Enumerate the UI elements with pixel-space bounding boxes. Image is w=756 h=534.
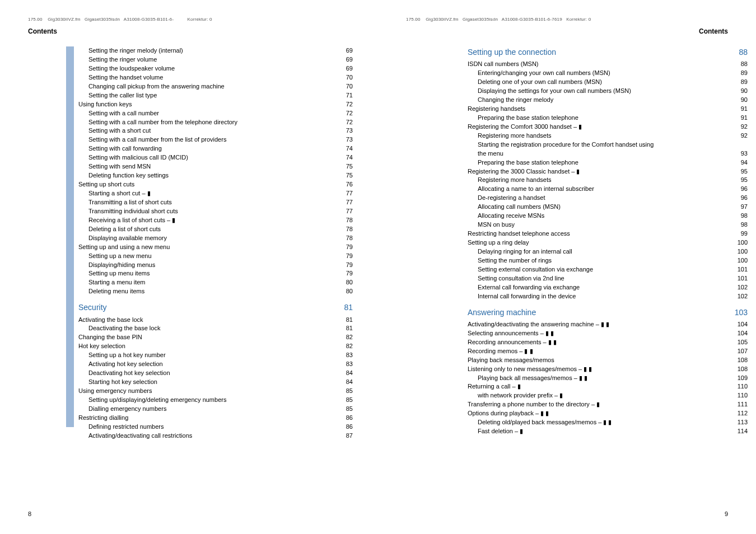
toc-label: Setting with a call number bbox=[88, 109, 159, 118]
toc-label: Internal call forwarding in the device bbox=[478, 292, 576, 301]
toc-entry: Restricting dialling86 bbox=[78, 414, 353, 423]
contents-label-left: Contents bbox=[28, 27, 350, 35]
toc-page: 85 bbox=[339, 387, 353, 396]
toc-label: Deleting function key settings bbox=[88, 171, 169, 180]
toc-section: Setting up the connection88 bbox=[468, 46, 748, 58]
toc-label: Setting up the connection bbox=[468, 46, 556, 58]
toc-page: 108 bbox=[734, 365, 748, 374]
toc-entry: Returning a call – ▮110 bbox=[468, 382, 748, 391]
toc-label: Registering the 3000 Classic handset – ▮ bbox=[468, 167, 580, 176]
toc-label: Changing the ringer melody bbox=[478, 96, 553, 105]
toc-page: 77 bbox=[339, 189, 353, 198]
toc-page: 104 bbox=[734, 329, 748, 338]
toc-entry: Options during playback – ▮ ▮112 bbox=[468, 409, 748, 418]
toc-label: Setting the loudspeaker volume bbox=[88, 64, 175, 73]
toc-label: Setting with a short cut bbox=[88, 127, 151, 135]
toc-page: 79 bbox=[339, 261, 353, 270]
toc-label: Allocating a name to an internal subscri… bbox=[478, 185, 594, 194]
toc-page: 78 bbox=[339, 216, 353, 225]
toc-entry: MSN on busy98 bbox=[468, 221, 748, 229]
toc-label: Starting a menu item bbox=[88, 278, 146, 287]
toc-label: Deleting a list of short cuts bbox=[88, 225, 161, 234]
toc-page: 95 bbox=[734, 176, 748, 185]
toc-entry: Setting with a short cut73 bbox=[78, 127, 353, 135]
page-right: 175.00 Gig3030iIVZ.fm Gigaset3035isdn A3… bbox=[378, 0, 756, 534]
toc-page: 114 bbox=[734, 427, 748, 436]
toc-label: Deleting old/played back messages/memos … bbox=[478, 418, 612, 427]
toc-page: 90 bbox=[734, 96, 748, 105]
toc-page: 71 bbox=[339, 91, 353, 100]
toc-page: 112 bbox=[734, 409, 748, 418]
toc-label: Setting up short cuts bbox=[78, 180, 134, 189]
toc-label: Deleting menu items bbox=[88, 287, 144, 296]
toc-label: Setting with a call number from the tele… bbox=[88, 118, 237, 127]
toc-label: Registering the Comfort 3000 handset – ▮ bbox=[468, 123, 582, 132]
toc-page: 98 bbox=[734, 221, 748, 229]
toc-page: 78 bbox=[339, 234, 353, 243]
toc-page: 96 bbox=[734, 185, 748, 194]
toc-entry: Preparing the base station telephone94 bbox=[468, 158, 748, 167]
toc-label: Using function keys bbox=[78, 100, 132, 109]
toc-entry: Fast deletion – ▮114 bbox=[468, 427, 748, 436]
toc-page: 99 bbox=[734, 229, 748, 238]
toc-label: Using emergency numbers bbox=[78, 387, 152, 396]
toc-page: 69 bbox=[339, 64, 353, 73]
toc-label: Receiving a list of short cuts – ▮ bbox=[88, 216, 175, 225]
toc-entry: Allocating a name to an internal subscri… bbox=[468, 185, 748, 194]
toc-entry: Setting the number of rings100 bbox=[468, 256, 748, 265]
toc-page: 108 bbox=[734, 356, 748, 365]
toc-label: De-registering a handset bbox=[478, 194, 545, 203]
toc-label: Registering handsets bbox=[468, 105, 525, 114]
toc-label: Displaying/hiding menus bbox=[88, 261, 155, 270]
toc-page: 79 bbox=[339, 252, 353, 261]
toc-page: 87 bbox=[339, 432, 353, 441]
toc-label: Recording announcements – ▮ ▮ bbox=[468, 338, 557, 347]
toc-label: Returning a call – ▮ bbox=[468, 382, 521, 391]
toc-page: 88 bbox=[734, 60, 748, 69]
toc-section: Answering machine103 bbox=[468, 307, 748, 318]
toc-entry: Setting with call forwarding74 bbox=[78, 144, 353, 153]
toc-page: 70 bbox=[339, 73, 353, 82]
page-number-right: 9 bbox=[725, 510, 728, 517]
toc-page: 82 bbox=[339, 333, 353, 342]
toc-entry: Setting up menu items79 bbox=[78, 269, 353, 278]
toc-page: 80 bbox=[339, 287, 353, 296]
toc-entry: External call forwarding via exchange102 bbox=[468, 283, 748, 292]
header-right: 175.00 Gig3030iIVZ.fm Gigaset3035isdn A3… bbox=[406, 17, 728, 22]
toc-entry: Setting consultation via 2nd line101 bbox=[468, 274, 748, 283]
toc-entry: Playing back messages/memos108 bbox=[468, 356, 748, 365]
toc-page: 69 bbox=[339, 46, 353, 55]
toc-entry: Recording memos – ▮ ▮107 bbox=[468, 347, 748, 356]
toc-label: Playing back messages/memos bbox=[468, 356, 554, 365]
toc-label: Fast deletion – ▮ bbox=[478, 427, 523, 436]
toc-page: 89 bbox=[734, 78, 748, 87]
toc-entry: Setting the ringer volume69 bbox=[78, 55, 353, 64]
toc-page: 105 bbox=[734, 338, 748, 347]
toc-label: Playing back all messages/memos – ▮ ▮ bbox=[478, 374, 587, 383]
toc-entry: Deactivating hot key selection84 bbox=[78, 369, 353, 378]
toc-entry: Changing call pickup from the answering … bbox=[78, 82, 353, 91]
toc-entry: Setting the handset volume70 bbox=[78, 73, 353, 82]
toc-entry: Registering handsets91 bbox=[468, 105, 748, 114]
toc-page: 85 bbox=[339, 396, 353, 405]
toc-page: 113 bbox=[734, 418, 748, 427]
toc-page: 110 bbox=[734, 391, 748, 400]
toc-page: 100 bbox=[734, 238, 748, 247]
toc-entry: Setting up a new menu79 bbox=[78, 252, 353, 261]
toc-label: the menu bbox=[478, 149, 503, 158]
toc-entry: Transmitting individual short cuts77 bbox=[78, 207, 353, 216]
toc-entry: Setting up a hot key number83 bbox=[78, 351, 353, 360]
toc-page: 77 bbox=[339, 207, 353, 216]
toc-label: Activating/deactivating the answering ma… bbox=[468, 320, 609, 329]
toc-label: Preparing the base station telephone bbox=[478, 158, 578, 167]
toc-entry: Allocating call numbers (MSN)97 bbox=[468, 203, 748, 212]
toc-page: 92 bbox=[734, 132, 748, 140]
toc-page: 79 bbox=[339, 243, 353, 252]
toc-label: Deactivating the base lock bbox=[88, 324, 160, 333]
toc-page: 95 bbox=[734, 167, 748, 176]
toc-page: 69 bbox=[339, 55, 353, 64]
toc-entry: Transmitting a list of short cuts77 bbox=[78, 198, 353, 207]
toc-label: Setting the number of rings bbox=[478, 256, 552, 265]
toc-entry: Activating the base lock81 bbox=[78, 316, 353, 325]
toc-label: Activating the base lock bbox=[78, 316, 143, 325]
